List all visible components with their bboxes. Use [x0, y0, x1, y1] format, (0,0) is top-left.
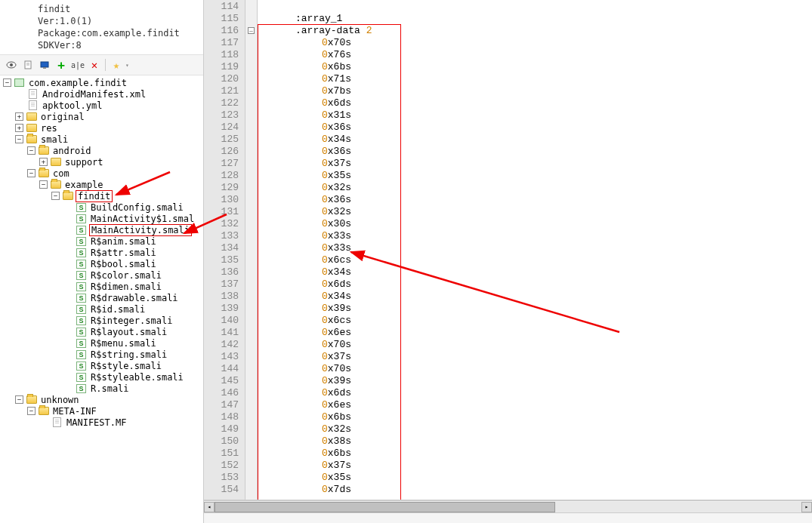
- tree-file-15[interactable]: SR$styleable.smali: [2, 371, 202, 383]
- tree-metainf[interactable]: − META-INF: [2, 405, 202, 417]
- tree-file-label: R$string.smali: [89, 349, 168, 360]
- tree-file-label: R$bool.smali: [89, 259, 158, 269]
- tree-smali[interactable]: − smali: [2, 134, 202, 145]
- svg-rect-6: [43, 67, 46, 69]
- tree-apktool[interactable]: apktool.yml: [2, 100, 202, 111]
- smali-file-icon: S: [76, 327, 87, 337]
- tree-example[interactable]: − example: [2, 179, 202, 190]
- tree-root[interactable]: − com.example.findit: [2, 77, 202, 88]
- eye-icon[interactable]: [4, 57, 19, 72]
- replace-icon[interactable]: a|e: [70, 57, 85, 72]
- smali-file-icon: S: [76, 270, 87, 280]
- smali-file-icon: S: [76, 361, 87, 371]
- smali-file-icon: S: [76, 383, 87, 393]
- tree-file-7[interactable]: SR$dimen.smali: [2, 281, 202, 292]
- tree-support[interactable]: + support: [2, 156, 202, 168]
- smali-file-icon: S: [76, 293, 87, 303]
- tree-file-label: R.smali: [89, 383, 131, 394]
- smali-file-icon: S: [76, 225, 87, 235]
- smali-file-icon: S: [76, 304, 87, 314]
- tree-com[interactable]: − com: [2, 168, 202, 179]
- toolbar: + a|e ✕ ★ ▾: [0, 54, 203, 75]
- tree-file-label: R$styleable.smali: [89, 372, 185, 383]
- info-package: Package:com.example.findit: [38, 27, 197, 39]
- smali-file-icon: S: [76, 338, 87, 348]
- tree-file-0[interactable]: SBuildConfig.smali: [2, 202, 202, 213]
- tree-file-label: R$color.smali: [89, 270, 163, 281]
- tree-file-label: R$integer.smali: [89, 315, 174, 326]
- tree-file-10[interactable]: SR$integer.smali: [2, 315, 202, 326]
- tree-view[interactable]: − com.example.findit AndroidManifest.xml…: [0, 75, 203, 523]
- plus-icon[interactable]: +: [54, 57, 69, 72]
- info-version: Ver:1.0(1): [38, 15, 197, 27]
- svg-point-1: [10, 63, 13, 66]
- project-info: findit Ver:1.0(1) Package:com.example.fi…: [0, 0, 203, 54]
- tree-unknown[interactable]: − unknown: [2, 394, 202, 405]
- tree-res[interactable]: + res: [2, 122, 202, 134]
- smali-file-icon: S: [76, 202, 87, 212]
- smali-file-icon: S: [76, 214, 87, 223]
- code-panel: 1141151161171181191201211221231241251261…: [204, 0, 812, 523]
- tree-manifest[interactable]: AndroidManifest.xml: [2, 88, 202, 100]
- info-sdk: SDKVer:8: [38, 39, 197, 51]
- page-icon[interactable]: [20, 57, 36, 72]
- tree-file-11[interactable]: SR$layout.smali: [2, 326, 202, 337]
- tree-file-8[interactable]: SR$drawable.smali: [2, 292, 202, 303]
- smali-file-icon: S: [76, 281, 87, 291]
- smali-file-icon: S: [76, 259, 87, 269]
- horizontal-scrollbar[interactable]: ◂ ▸: [204, 500, 812, 512]
- fold-gutter: −: [245, 0, 258, 500]
- smali-file-icon: S: [76, 315, 87, 325]
- monitor-icon[interactable]: [37, 57, 52, 72]
- tree-android[interactable]: − android: [2, 145, 202, 156]
- smali-file-icon: S: [76, 372, 87, 382]
- tree-file-6[interactable]: SR$color.smali: [2, 269, 202, 281]
- tree-file-14[interactable]: SR$style.smali: [2, 360, 202, 371]
- svg-rect-5: [41, 62, 48, 67]
- tree-file-label: MainActivity.smali: [89, 224, 192, 236]
- left-panel: findit Ver:1.0(1) Package:com.example.fi…: [0, 0, 204, 523]
- star-icon[interactable]: ★: [109, 57, 124, 72]
- tree-file-label: MainActivity$1.smal: [89, 214, 196, 224]
- smali-file-icon: S: [76, 236, 87, 246]
- delete-icon[interactable]: ✕: [87, 57, 102, 72]
- code-lines[interactable]: :array_1.array-data 20x70s0x76s0x6bs0x71…: [258, 0, 812, 500]
- tree-file-13[interactable]: SR$string.smali: [2, 349, 202, 360]
- tree-file-1[interactable]: SMainActivity$1.smal: [2, 213, 202, 224]
- tree-file-label: R$style.smali: [89, 361, 163, 371]
- tree-file-label: BuildConfig.smali: [89, 202, 185, 213]
- tree-file-label: R$drawable.smali: [89, 293, 180, 303]
- smali-file-icon: S: [76, 248, 87, 257]
- tree-file-2[interactable]: SMainActivity.smali: [2, 224, 202, 235]
- tree-file-label: R$menu.smali: [89, 338, 158, 349]
- code-area[interactable]: 1141151161171181191201211221231241251261…: [204, 0, 812, 500]
- line-gutter: 1141151161171181191201211221231241251261…: [204, 0, 245, 500]
- tree-file-label: R$dimen.smali: [89, 281, 163, 292]
- info-name: findit: [38, 3, 197, 15]
- smali-file-icon: S: [76, 349, 87, 359]
- tree-file-16[interactable]: SR.smali: [2, 383, 202, 394]
- tree-root-label: com.example.findit: [27, 78, 128, 88]
- tree-file-4[interactable]: SR$attr.smali: [2, 247, 202, 258]
- tree-file-5[interactable]: SR$bool.smali: [2, 258, 202, 269]
- tree-file-12[interactable]: SR$menu.smali: [2, 337, 202, 349]
- status-bar: [204, 512, 812, 523]
- tree-file-label: R$anim.smali: [89, 236, 158, 247]
- tree-file-9[interactable]: SR$id.smali: [2, 303, 202, 315]
- tree-file-3[interactable]: SR$anim.smali: [2, 235, 202, 247]
- tree-original[interactable]: + original: [2, 111, 202, 122]
- tree-findit[interactable]: − findit: [2, 190, 202, 202]
- tree-file-label: R$layout.smali: [89, 327, 168, 337]
- tree-file-label: R$id.smali: [89, 304, 147, 315]
- tree-file-label: R$attr.smali: [89, 248, 158, 258]
- tree-manifestmf[interactable]: MANIFEST.MF: [2, 417, 202, 428]
